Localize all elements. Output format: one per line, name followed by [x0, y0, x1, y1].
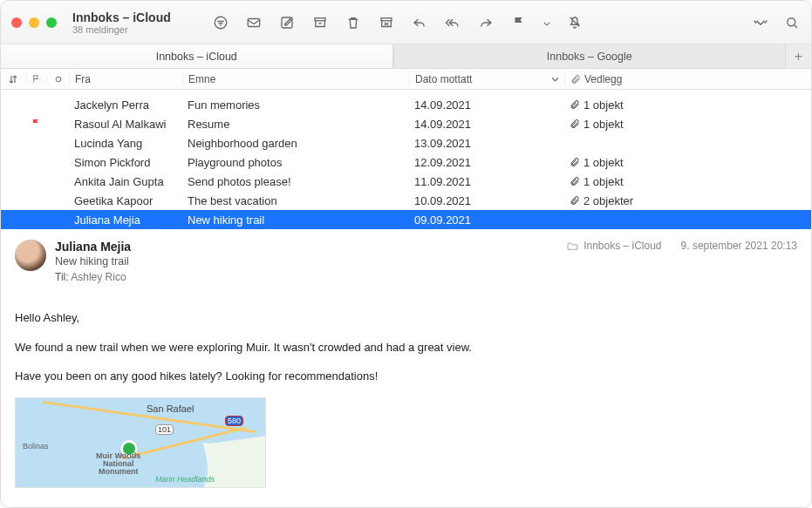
row-attachment: 1 objekt — [564, 98, 811, 112]
row-date: 09.09.2021 — [409, 213, 564, 227]
row-from: Simon Pickford — [69, 156, 182, 169]
row-attachment: 1 objekt — [564, 156, 811, 169]
flag-header[interactable] — [25, 74, 46, 84]
svg-rect-1 — [248, 18, 260, 26]
folder-icon — [567, 241, 578, 251]
map-label: Bolinas — [23, 442, 49, 450]
trash-icon[interactable] — [345, 14, 362, 31]
message-row[interactable]: Rasoul Al MalkawiResume14.09.20211 objek… — [1, 114, 811, 133]
compose-icon[interactable] — [278, 14, 296, 31]
svg-rect-4 — [381, 17, 392, 20]
row-from: Lucinda Yang — [69, 137, 182, 150]
sort-header[interactable] — [1, 74, 25, 85]
flag-icon[interactable] — [510, 14, 528, 31]
message-list: Jackelyn PerraFun memories14.09.20211 ob… — [1, 90, 811, 229]
more-icon[interactable] — [752, 14, 769, 31]
row-attachment: 1 objekt — [564, 118, 811, 131]
read-status-header[interactable] — [46, 76, 69, 83]
column-headers: Fra Emne Dato mottatt Vedlegg — [1, 69, 811, 90]
row-subject: Playground photos — [182, 156, 409, 169]
subject-header[interactable]: Emne — [182, 73, 409, 85]
from-header[interactable]: Fra — [69, 73, 182, 85]
minimize-window-button[interactable] — [29, 17, 39, 28]
tab-label: Innboks – iCloud — [156, 51, 237, 63]
preview-to: Til: Ashley Rico — [55, 271, 567, 283]
highway-shield: 580 — [225, 416, 243, 426]
svg-point-5 — [788, 17, 795, 25]
envelope-icon[interactable] — [245, 14, 263, 31]
zoom-window-button[interactable] — [46, 17, 57, 28]
row-subject: Send photos please! — [182, 175, 409, 188]
row-from: Juliana Mejia — [69, 213, 182, 227]
row-attachment: 1 objekt — [564, 175, 811, 188]
filter-icon[interactable] — [212, 14, 229, 31]
highway-shield: 101 — [155, 424, 174, 435]
reply-icon[interactable] — [411, 14, 428, 31]
row-date: 14.09.2021 — [409, 118, 564, 131]
row-from: Jackelyn Perra — [69, 98, 182, 112]
message-preview: Juliana Mejia New hiking trail Til: Ashl… — [1, 229, 811, 488]
row-from: Rasoul Al Malkawi — [69, 118, 182, 131]
message-row[interactable]: Lucinda YangNeighborhood garden13.09.202… — [1, 133, 811, 152]
preview-body: Hello Ashley, We found a new trail when … — [15, 309, 797, 385]
row-date: 10.09.2021 — [409, 194, 564, 207]
row-flag-icon — [25, 118, 46, 131]
body-line: We found a new trail when we were explor… — [15, 339, 797, 356]
mailbox-tabs: Innboks – iCloud Innboks – Google + — [1, 44, 811, 69]
row-date: 11.09.2021 — [409, 175, 564, 188]
svg-point-0 — [215, 17, 227, 29]
message-row[interactable]: Jackelyn PerraFun memories14.09.20211 ob… — [1, 95, 811, 114]
paperclip-icon — [570, 74, 581, 85]
message-row[interactable]: Ankita Jain GuptaSend photos please!11.0… — [1, 172, 811, 191]
window-subtitle: 38 meldinger — [72, 24, 186, 35]
archive-icon[interactable] — [311, 14, 329, 31]
avatar — [15, 240, 46, 271]
tab-google[interactable]: Innboks – Google — [393, 44, 786, 68]
attachment-header[interactable]: Vedlegg — [564, 73, 811, 85]
preview-sender: Juliana Mejia — [55, 240, 567, 254]
sort-indicator-icon — [551, 77, 559, 82]
tab-icloud[interactable]: Innboks – iCloud — [1, 44, 393, 68]
mute-icon[interactable] — [566, 14, 583, 31]
row-subject: Resume — [182, 118, 409, 131]
toolbar — [212, 14, 801, 31]
flag-dropdown-icon[interactable] — [543, 16, 550, 29]
message-row[interactable]: Simon PickfordPlayground photos12.09.202… — [1, 152, 811, 172]
titlebar: Innboks – iCloud 38 meldinger — [1, 1, 811, 44]
row-from: Geetika Kapoor — [69, 194, 182, 207]
row-date: 13.09.2021 — [409, 137, 564, 150]
body-line: Hello Ashley, — [15, 309, 797, 327]
map-label: Marin Headlands — [155, 475, 215, 484]
date-header[interactable]: Dato mottatt — [409, 73, 564, 85]
body-line: Have you been on any good hikes lately? … — [15, 368, 797, 385]
row-date: 12.09.2021 — [409, 156, 564, 169]
preview-folder: Innboks – iCloud — [583, 240, 661, 252]
row-subject: Fun memories — [182, 98, 409, 112]
preview-datetime: 9. september 2021 20:13 — [681, 240, 797, 252]
forward-icon[interactable] — [477, 14, 495, 31]
window-title: Innboks – iCloud — [72, 10, 186, 24]
row-date: 14.09.2021 — [409, 98, 564, 112]
row-attachment: 2 objekter — [564, 194, 811, 207]
row-from: Ankita Jain Gupta — [69, 175, 182, 188]
svg-point-6 — [56, 77, 61, 82]
reply-all-icon[interactable] — [444, 14, 461, 31]
map-attachment[interactable]: San Rafael Muir WoodsNationalMonument Bo… — [15, 397, 266, 488]
close-window-button[interactable] — [11, 17, 22, 28]
message-row[interactable]: Juliana MejiaNew hiking trail09.09.2021 — [1, 210, 811, 229]
junk-icon[interactable] — [378, 14, 395, 31]
row-subject: New hiking trail — [182, 213, 409, 227]
preview-subject: New hiking trail — [55, 255, 567, 268]
tab-label: Innboks – Google — [547, 51, 632, 63]
map-label: San Rafael — [147, 403, 194, 414]
svg-rect-3 — [315, 17, 325, 20]
new-tab-button[interactable]: + — [785, 44, 811, 68]
row-subject: The best vacation — [182, 194, 409, 207]
map-label: Muir WoodsNationalMonument — [96, 452, 140, 476]
search-icon[interactable] — [783, 14, 801, 31]
window-controls — [11, 17, 57, 28]
message-row[interactable]: Geetika KapoorThe best vacation10.09.202… — [1, 191, 811, 210]
window-title-box: Innboks – iCloud 38 meldinger — [72, 10, 186, 35]
row-subject: Neighborhood garden — [182, 137, 409, 150]
